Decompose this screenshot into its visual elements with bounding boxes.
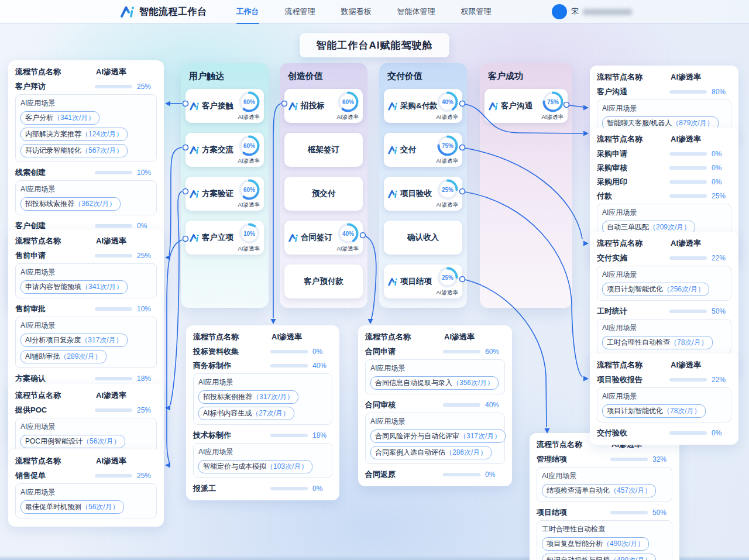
flow-node-客户预付款[interactable]: 客户预付款 [284, 264, 363, 298]
col-ai-rate: AI渗透率 [444, 332, 505, 342]
tab-3[interactable]: 数据看板 [340, 4, 373, 19]
flow-node-交付[interactable]: 交付75%AI渗透率 [384, 133, 462, 167]
flow-node-客户沟通[interactable]: 客户沟通75%AI渗透率 [485, 89, 568, 123]
tab-2[interactable]: 流程管理 [284, 4, 317, 19]
flow-node-预交付[interactable]: 预交付 [284, 177, 363, 211]
scenario-tags: AI分析项目复杂度（317次/月）AI辅助审批（289次/月） [20, 334, 152, 363]
avatar[interactable] [552, 4, 567, 19]
col-ai-rate: AI渗透率 [671, 134, 731, 145]
scenario-tags: 合同信息自动提取与录入（356次/月） [370, 376, 500, 390]
scenario-count: （256次/月） [663, 285, 705, 293]
rate-bar [443, 403, 480, 407]
flow-node-招投标[interactable]: 招投标60%AI渗透率 [284, 89, 363, 123]
rate-bar [270, 434, 308, 437]
rate-value: 0% [480, 470, 505, 479]
scenario-tag: AI分析项目复杂度（317次/月） [20, 334, 128, 347]
flow-node-label: 框架签订 [308, 145, 339, 155]
rate-bar [669, 194, 707, 198]
rate-bar [669, 152, 707, 156]
donut-caption: AI渗透率 [238, 157, 260, 165]
process-name: 售前申请 [15, 250, 95, 261]
flow-node-客户接触[interactable]: 客户接触60%AI渗透率 [185, 89, 264, 123]
rate-value: 40% [308, 362, 332, 370]
flow-node-项目验收[interactable]: 项目验收25%AI渗透率 [384, 177, 462, 211]
rate-bar [443, 350, 480, 353]
scenario-count: （341次/月） [53, 114, 95, 122]
scenario-box: AI应用场景结项检查清单自动化（457次/月） [537, 467, 672, 502]
rate-bar [443, 473, 480, 476]
stage-success: 客户成功客户沟通75%AI渗透率 [480, 63, 572, 308]
connector-arrowhead [583, 376, 589, 382]
flow-node-方案交流[interactable]: 方案交流60%AI渗透率 [185, 133, 264, 167]
scenario-tag: 最佳促单时机预测（56次/月） [20, 500, 124, 514]
process-name: 付款 [597, 191, 669, 201]
process-row: 合同审核40% [365, 398, 505, 411]
ai-node-icon [388, 146, 398, 154]
user-name-redacted [583, 9, 632, 15]
flow-node-合同签订[interactable]: 合同签订40%AI渗透率 [284, 221, 363, 255]
flow-node-label: 客户立项 [190, 232, 233, 243]
process-row: 方案确认18% [15, 372, 157, 384]
scenario-tag: AI辅助审批（289次/月） [20, 350, 106, 363]
scenario-label: AI应用场景 [198, 377, 327, 387]
scenario-count: （490次/月） [610, 556, 651, 560]
flow-node-采购&付款[interactable]: 采购&付款40%AI渗透率 [384, 89, 462, 123]
tab-1[interactable]: 工作台 [235, 4, 260, 19]
connector-arrowhead [583, 241, 589, 246]
scenario-count: （317次/月） [252, 393, 294, 401]
scenario-tags: 项目计划智能优化（256次/月） [602, 283, 726, 296]
scenario-box: AI应用场景AI分析项目复杂度（317次/月）AI辅助审批（289次/月） [15, 317, 157, 368]
donut-caption: AI渗透率 [238, 245, 260, 253]
scenario-tag: 申请内容智能预填（341次/月） [20, 280, 128, 294]
flow-node-项目结项[interactable]: 项目结项25%AI渗透率 [384, 264, 462, 298]
donut-caption: AI渗透率 [337, 114, 359, 121]
tab-5[interactable]: 权限管理 [460, 4, 493, 19]
process-name: 项目验收报告 [597, 375, 669, 385]
stage-title: 客户成功 [485, 63, 568, 89]
svg-text:10%: 10% [243, 231, 255, 237]
flow-node-客户立项[interactable]: 客户立项10%AI渗透率 [185, 221, 264, 255]
process-name: 合同审核 [365, 400, 443, 410]
process-name: 方案确认 [15, 373, 95, 384]
donut-caption: AI渗透率 [437, 201, 458, 209]
flow-node-框架签订[interactable]: 框架签订 [284, 133, 363, 167]
col-ai-rate: AI渗透率 [96, 236, 157, 246]
process-row: 技术标制作18% [193, 429, 332, 441]
scenario-count: （124次/月） [81, 130, 123, 138]
scenario-tag: 招投标线索推荐（362次/月） [20, 197, 121, 211]
scenario-tag: 项目复盘智能分析（490次/月） [542, 537, 649, 551]
card-header: 流程节点名称AI渗透率 [15, 390, 157, 401]
scenario-count: （457次/月） [610, 486, 651, 494]
scenario-box: AI应用场景招投标案例推荐（317次/月）AI标书内容生成（27次/月） [193, 373, 332, 425]
process-name: 商务标制作 [193, 360, 270, 371]
connector-arrowhead [368, 319, 373, 324]
flow-node-label: 客户预付款 [304, 276, 343, 287]
flow-node-方案验证[interactable]: 方案验证60%AI渗透率 [185, 177, 264, 211]
rate-bar [669, 180, 707, 184]
process-name: 项目结项 [537, 507, 610, 518]
col-node-name: 流程节点名称 [365, 332, 444, 342]
flow-node-label: 方案交流 [190, 145, 233, 155]
rate-value: 18% [308, 431, 332, 439]
rate-value: 0% [308, 348, 332, 356]
connector-line-2 [169, 147, 182, 255]
scenario-tags: 合同风险评分与自动化评审（317次/月）合同案例入选自动评估（286次/月） [370, 430, 500, 459]
col-node-name: 流程节点名称 [15, 67, 96, 77]
scenario-box: AI应用场景招投标线索推荐（362次/月） [15, 180, 157, 215]
user-menu[interactable]: 宋 [552, 4, 632, 19]
ai-node-icon [489, 102, 499, 111]
rate-value: 25% [132, 406, 157, 414]
col-node-name: 流程节点名称 [597, 238, 671, 249]
scenario-count: （490次/月） [603, 540, 644, 548]
scenario-count: （78次/月） [663, 407, 701, 415]
scenario-count: （103次/月） [266, 462, 308, 470]
col-node-name: 流程节点名称 [597, 72, 671, 83]
rate-value: 22% [707, 376, 731, 384]
scenario-label: AI应用场景 [602, 391, 726, 401]
flow-node-确认收入[interactable]: 确认收入 [384, 221, 462, 255]
col-ai-rate: AI渗透率 [96, 456, 157, 466]
process-row: 采购申请0% [597, 147, 731, 160]
flow-node-label: 预交付 [312, 188, 336, 199]
tab-4[interactable]: 智能体管理 [396, 4, 437, 19]
donut-caption: AI渗透率 [238, 201, 260, 209]
